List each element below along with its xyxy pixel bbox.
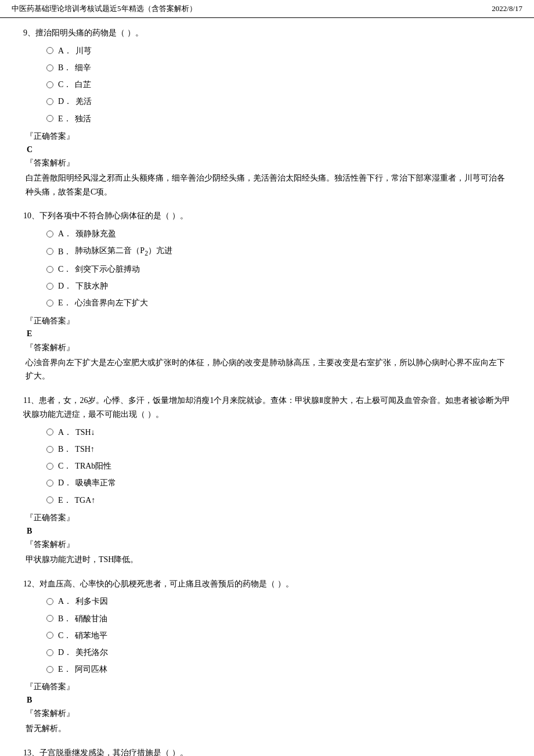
option-label: A． — [58, 226, 72, 241]
radio-icon[interactable] — [46, 649, 53, 656]
radio-icon[interactable] — [46, 248, 53, 255]
list-item[interactable]: B． TSH↑ — [46, 442, 511, 456]
analysis-tag: 『答案解析』 — [26, 707, 511, 721]
question-10-title: 10、下列各项中不符合肺心病体征的是（ ）。 — [23, 209, 511, 223]
radio-icon[interactable] — [46, 666, 53, 673]
question-11-title: 11、患者，女，26岁。心悸、多汗，饭量增加却消瘦1个月来院就诊。查体：甲状腺Ⅱ… — [23, 394, 511, 422]
question-9-options: A． 川芎 B． 细辛 C． 白芷 D． 羌活 E． 独活 — [46, 44, 511, 126]
question-9: 9、擅治阳明头痛的药物是（ ）。 A． 川芎 B． 细辛 C． 白芷 D． 羌活 — [23, 26, 511, 199]
radio-icon[interactable] — [46, 496, 53, 503]
option-label: B． — [58, 60, 71, 75]
option-text: 美托洛尔 — [75, 645, 108, 660]
list-item[interactable]: C． 白芷 — [46, 77, 511, 92]
list-item[interactable]: D． 下肢水肿 — [46, 279, 511, 293]
correct-value: E — [27, 327, 511, 340]
question-9-title: 9、擅治阳明头痛的药物是（ ）。 — [23, 26, 511, 40]
question-12: 12、对血压高、心率快的心肌梗死患者，可止痛且改善预后的药物是（ ）。 A． 利… — [23, 577, 511, 736]
question-11-answer: 『正确答案』 B 『答案解析』 甲状腺功能亢进时，TSH降低。 — [23, 511, 511, 567]
option-text: 下肢水肿 — [75, 279, 108, 293]
question-13: 13、子宫脱垂继发感染，其治疗措施是（ ）。 A． 子宫脱 B． 清热解毒除湿 … — [23, 746, 511, 756]
option-label: D． — [58, 645, 72, 660]
option-label: E． — [58, 662, 71, 676]
option-label: A． — [58, 594, 72, 609]
radio-icon[interactable] — [46, 81, 53, 88]
radio-icon[interactable] — [46, 283, 53, 290]
analysis-tag: 『答案解析』 — [26, 341, 511, 355]
list-item[interactable]: A． 利多卡因 — [46, 594, 511, 609]
question-10-options: A． 颈静脉充盈 B． 肺动脉区第二音（P2）亢进 C． 剑突下示心脏搏动 D．… — [46, 226, 511, 311]
list-item[interactable]: C． 硝苯地平 — [46, 628, 511, 643]
option-text: 阿司匹林 — [75, 662, 107, 676]
option-label: A． — [58, 44, 72, 58]
radio-icon[interactable] — [46, 98, 53, 105]
radio-icon[interactable] — [46, 64, 53, 71]
list-item[interactable]: B． 细辛 — [46, 60, 511, 75]
radio-icon[interactable] — [46, 115, 53, 122]
list-item[interactable]: E． 心浊音界向左下扩大 — [46, 296, 511, 310]
option-text: TGA↑ — [75, 493, 96, 507]
list-item[interactable]: E． 独活 — [46, 111, 511, 126]
option-label: E． — [58, 493, 71, 507]
radio-icon[interactable] — [46, 632, 53, 639]
option-label: C． — [58, 77, 71, 92]
analysis-text: 心浊音界向左下扩大是左心室肥大或扩张时的体征，肺心病的改变是肺动脉高压，主要改变… — [26, 356, 511, 384]
correct-value: B — [27, 525, 511, 538]
list-item[interactable]: E． TGA↑ — [46, 493, 511, 507]
option-text: 细辛 — [75, 60, 91, 75]
option-label: C． — [58, 628, 71, 643]
analysis-text: 白芷善散阳明经风湿之邪而止头额疼痛，细辛善治少阴经头痛，羌活善治太阳经头痛。独活… — [26, 171, 511, 199]
list-item[interactable]: C． TRAb阳性 — [46, 459, 511, 473]
option-text: 颈静脉充盈 — [75, 226, 116, 241]
radio-icon[interactable] — [46, 266, 53, 273]
radio-icon[interactable] — [46, 231, 53, 237]
page-header: 中医药基础理论培训考核试题近5年精选（含答案解析） 2022/8/17 — [0, 0, 534, 18]
option-label: C． — [58, 459, 71, 473]
list-item[interactable]: D． 羌活 — [46, 94, 511, 109]
list-item[interactable]: C． 剑突下示心脏搏动 — [46, 262, 511, 276]
option-text: 白芷 — [75, 77, 91, 92]
analysis-tag: 『答案解析』 — [26, 156, 511, 170]
radio-icon[interactable] — [46, 463, 53, 470]
list-item[interactable]: B． 肺动脉区第二音（P2）亢进 — [46, 243, 511, 260]
analysis-text: 甲状腺功能亢进时，TSH降低。 — [26, 553, 511, 567]
radio-icon[interactable] — [46, 47, 53, 54]
option-text: 剑突下示心脏搏动 — [75, 262, 140, 276]
radio-icon[interactable] — [46, 300, 53, 307]
option-text: TSH↓ — [75, 425, 95, 440]
radio-icon[interactable] — [46, 615, 53, 622]
option-text: 川芎 — [75, 44, 92, 58]
analysis-text: 暂无解析。 — [26, 722, 511, 736]
question-10: 10、下列各项中不符合肺心病体征的是（ ）。 A． 颈静脉充盈 B． 肺动脉区第… — [23, 209, 511, 383]
option-label: B． — [58, 244, 71, 259]
question-12-title: 12、对血压高、心率快的心肌梗死患者，可止痛且改善预后的药物是（ ）。 — [23, 577, 511, 591]
correct-tag: 『正确答案』 — [26, 129, 511, 143]
radio-icon[interactable] — [46, 429, 53, 435]
list-item[interactable]: D． 吸碘率正常 — [46, 476, 511, 490]
option-label: D． — [58, 279, 72, 293]
option-label: E． — [58, 296, 71, 310]
option-label: D． — [58, 94, 72, 109]
option-text: TSH↑ — [75, 442, 94, 456]
option-text: TRAb阳性 — [75, 459, 111, 473]
correct-tag: 『正确答案』 — [26, 314, 511, 328]
correct-value: B — [27, 694, 511, 707]
option-text: 心浊音界向左下扩大 — [75, 296, 148, 310]
list-item[interactable]: B． 硝酸甘油 — [46, 611, 511, 626]
option-text: 独活 — [75, 111, 91, 126]
correct-value: C — [27, 143, 511, 156]
list-item[interactable]: E． 阿司匹林 — [46, 662, 511, 676]
question-9-answer: 『正确答案』 C 『答案解析』 白芷善散阳明经风湿之邪而止头额疼痛，细辛善治少阴… — [23, 129, 511, 199]
option-text: 硝酸甘油 — [75, 611, 107, 626]
radio-icon[interactable] — [46, 480, 53, 487]
radio-icon[interactable] — [46, 446, 53, 453]
header-title: 中医药基础理论培训考核试题近5年精选（含答案解析） — [12, 3, 197, 14]
list-item[interactable]: A． 川芎 — [46, 44, 511, 58]
list-item[interactable]: A． TSH↓ — [46, 425, 511, 440]
option-label: E． — [58, 111, 71, 126]
list-item[interactable]: D． 美托洛尔 — [46, 645, 511, 660]
radio-icon[interactable] — [46, 598, 53, 605]
page-content: 9、擅治阳明头痛的药物是（ ）。 A． 川芎 B． 细辛 C． 白芷 D． 羌活 — [0, 18, 534, 756]
option-label: A． — [58, 425, 72, 440]
option-label: B． — [58, 611, 71, 626]
list-item[interactable]: A． 颈静脉充盈 — [46, 226, 511, 241]
